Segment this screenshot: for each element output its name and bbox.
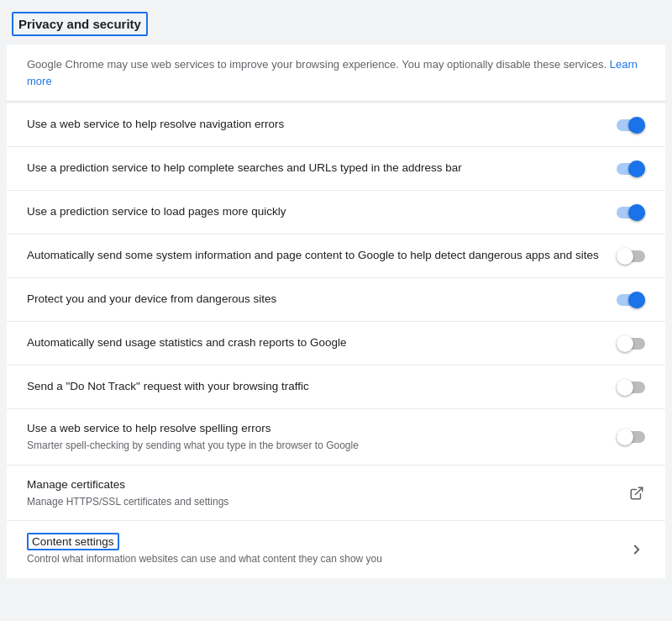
toggle-thumb-protect-dangerous-sites <box>628 292 645 308</box>
chevron-right-icon <box>628 541 645 558</box>
setting-label-resolve-nav-errors: Use a web service to help resolve naviga… <box>27 117 603 133</box>
toggle-thumb-usage-statistics <box>617 335 633 352</box>
toggle-do-not-track[interactable] <box>617 382 645 393</box>
settings-list: Use a web service to help resolve naviga… <box>7 103 665 578</box>
toggle-container-send-system-info <box>617 250 645 262</box>
setting-row-prediction-search: Use a prediction service to help complet… <box>7 147 665 191</box>
toggle-container-protect-dangerous-sites <box>617 294 645 306</box>
setting-row-content-settings[interactable]: Content settingsControl what information… <box>7 521 665 578</box>
setting-row-send-system-info: Automatically send some system informati… <box>7 234 665 278</box>
section-title: Privacy and security <box>12 12 148 36</box>
setting-label-manage-certificates: Manage certificates <box>27 477 615 493</box>
toggle-resolve-nav-errors[interactable] <box>617 119 645 131</box>
content-settings-label: Content settings <box>27 533 119 550</box>
toggle-container-prediction-load <box>617 207 645 218</box>
toggle-prediction-search[interactable] <box>617 163 645 175</box>
info-text: Google Chrome may use web services to im… <box>27 58 606 71</box>
toggle-thumb-resolve-nav-errors <box>628 117 645 134</box>
external-link-icon[interactable] <box>628 485 645 502</box>
info-bar: Google Chrome may use web services to im… <box>7 45 665 102</box>
toggle-container-prediction-search <box>617 163 645 175</box>
toggle-container-resolve-nav-errors <box>617 119 645 131</box>
toggle-container-usage-statistics <box>617 338 645 350</box>
toggle-thumb-spelling-errors <box>617 429 633 445</box>
toggle-thumb-do-not-track <box>617 379 633 396</box>
setting-sublabel-spelling-errors: Smarter spell-checking by sending what y… <box>27 439 603 453</box>
setting-sublabel-manage-certificates: Manage HTTPS/SSL certificates and settin… <box>27 495 615 509</box>
svg-line-0 <box>636 487 643 494</box>
setting-label-prediction-load: Use a prediction service to load pages m… <box>27 204 603 220</box>
setting-label-spelling-errors: Use a web service to help resolve spelli… <box>27 421 603 437</box>
setting-row-prediction-load: Use a prediction service to load pages m… <box>7 191 665 234</box>
toggle-container-spelling-errors <box>617 431 645 443</box>
setting-sublabel-content-settings: Control what information websites can us… <box>27 552 615 566</box>
setting-label-usage-statistics: Automatically send usage statistics and … <box>27 335 603 351</box>
setting-label-protect-dangerous-sites: Protect you and your device from dangero… <box>27 292 603 308</box>
setting-row-protect-dangerous-sites: Protect you and your device from dangero… <box>7 278 665 322</box>
toggle-protect-dangerous-sites[interactable] <box>617 294 645 306</box>
page-container: Privacy and security Google Chrome may u… <box>0 0 672 621</box>
toggle-thumb-send-system-info <box>617 248 633 265</box>
setting-row-spelling-errors: Use a web service to help resolve spelli… <box>7 409 665 466</box>
toggle-spelling-errors[interactable] <box>617 431 645 443</box>
setting-row-do-not-track: Send a "Do Not Track" request with your … <box>7 366 665 409</box>
setting-label-prediction-search: Use a prediction service to help complet… <box>27 161 603 176</box>
toggle-send-system-info[interactable] <box>617 250 645 262</box>
toggle-usage-statistics[interactable] <box>617 338 645 350</box>
setting-label-do-not-track: Send a "Do Not Track" request with your … <box>27 379 603 395</box>
setting-label-send-system-info: Automatically send some system informati… <box>27 248 603 264</box>
setting-row-manage-certificates[interactable]: Manage certificatesManage HTTPS/SSL cert… <box>7 466 665 522</box>
toggle-thumb-prediction-load <box>628 204 645 221</box>
toggle-thumb-prediction-search <box>628 161 645 177</box>
toggle-prediction-load[interactable] <box>617 207 645 218</box>
setting-row-usage-statistics: Automatically send usage statistics and … <box>7 322 665 366</box>
toggle-container-do-not-track <box>617 382 645 393</box>
setting-row-resolve-nav-errors: Use a web service to help resolve naviga… <box>7 103 665 147</box>
